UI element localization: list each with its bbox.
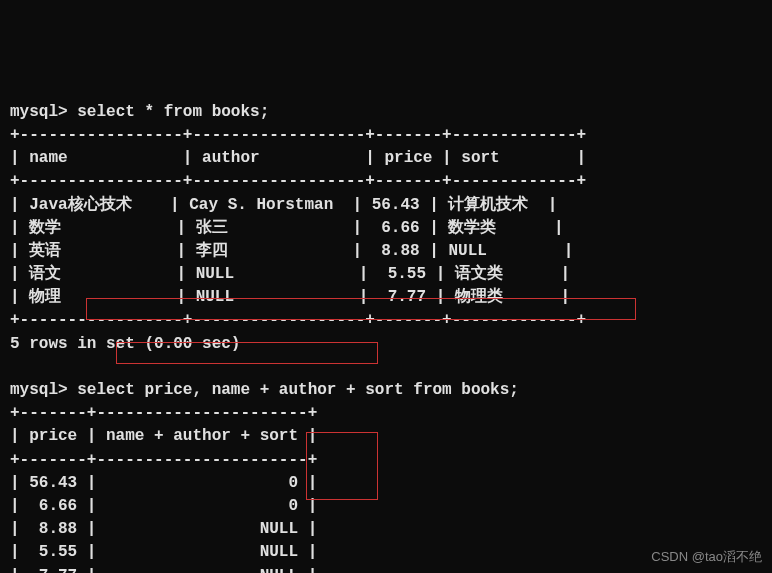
watermark-text: CSDN @tao滔不绝 [651,548,762,567]
table1-header: | name | author | price | sort | [10,149,586,167]
table1-divider-bottom: +-----------------+------------------+--… [10,311,586,329]
table2-row: | 56.43 | 0 | [10,474,317,492]
table2-header: | price | name + author + sort | [10,427,317,445]
table1-row: | 英语 | 李四 | 8.88 | NULL | [10,242,573,260]
table1-row: | 物理 | NULL | 7.77 | 物理类 | [10,288,570,306]
table1-divider-mid: +-----------------+------------------+--… [10,172,586,190]
table2-divider-top: +-------+----------------------+ [10,404,317,422]
table2-row: | 8.88 | NULL | [10,520,317,538]
table1-row: | Java核心技术 | Cay S. Horstman | 56.43 | 计… [10,196,557,214]
sql-query-2: select price, name + author + sort from … [77,381,519,399]
query1-result-footer: 5 rows in set (0.00 sec) [10,335,240,353]
table2-row: | 6.66 | 0 | [10,497,317,515]
mysql-prompt: mysql> [10,103,68,121]
table1-divider-top: +-----------------+------------------+--… [10,126,586,144]
table2-row: | 5.55 | NULL | [10,543,317,561]
table1-row: | 数学 | 张三 | 6.66 | 数学类 | [10,219,564,237]
mysql-prompt: mysql> [10,381,68,399]
sql-query-1: select * from books; [77,103,269,121]
table2-row: | 7.77 | NULL | [10,567,317,574]
table1-row: | 语文 | NULL | 5.55 | 语文类 | [10,265,570,283]
table2-divider-mid: +-------+----------------------+ [10,451,317,469]
